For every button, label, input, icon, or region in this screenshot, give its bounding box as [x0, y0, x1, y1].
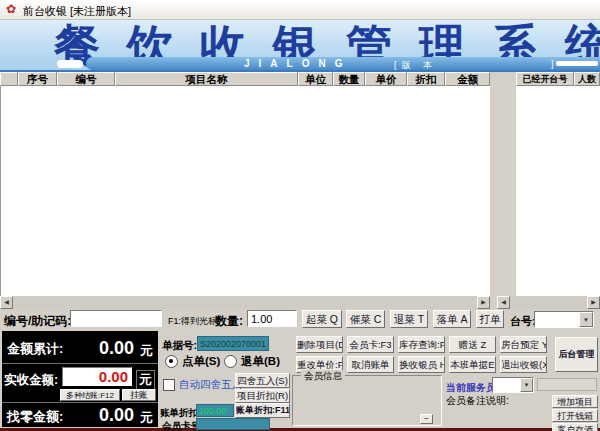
change-currency: 元: [140, 409, 153, 427]
panel-splitter: [490, 72, 516, 309]
delete-item-button[interactable]: 删除项目(D): [296, 336, 343, 353]
store-wine-button[interactable]: 客户存酒: [552, 423, 598, 431]
col-qty[interactable]: 数量: [333, 72, 365, 86]
order-radio[interactable]: 点单(S): [165, 354, 220, 369]
shift-bills-button[interactable]: 本班单据E: [449, 356, 496, 373]
refund-radio[interactable]: 退单(B): [224, 354, 280, 369]
change-label: 找零金额:: [7, 408, 63, 426]
version-label: [版 本: [394, 59, 437, 72]
qty-label: 数量:: [215, 313, 243, 330]
pos-window: ✿ 前台收银 [未注册版本] 餐饮收银管理系统 JIALONG [版 本 ] 序…: [0, 0, 600, 431]
code-input[interactable]: [70, 310, 162, 327]
order-table-hscrollbar[interactable]: ◀ ▶: [0, 296, 490, 309]
row-selector-header: [0, 72, 18, 86]
code-label: 编号/助记码:: [4, 313, 71, 330]
col-seq[interactable]: 序号: [18, 72, 57, 86]
scroll-left-icon[interactable]: ◀: [497, 296, 510, 309]
col-item-name[interactable]: 项目名称: [115, 72, 298, 86]
bill-no-field[interactable]: S202002070001: [197, 336, 269, 351]
window-title: 前台收银 [未注册版本]: [23, 4, 131, 19]
radio-unselected-icon: [224, 355, 237, 368]
scroll-left-icon[interactable]: ◀: [0, 296, 13, 309]
cancel-bill-button[interactable]: 取消账单: [347, 356, 394, 373]
col-amount[interactable]: 金额: [445, 72, 490, 86]
banner: 餐饮收银管理系统 JIALONG [版 本 ]: [0, 20, 600, 72]
exit-cashier-button[interactable]: 退出收银(X): [500, 356, 547, 373]
stock-query-button[interactable]: 库存查询:F6: [398, 336, 445, 353]
switch-cashier-button[interactable]: 换收银员 H: [398, 356, 445, 373]
scroll-right-icon[interactable]: ▶: [477, 296, 490, 309]
checkbox-icon: [163, 379, 175, 391]
round-button[interactable]: 四舍五入(S): [235, 373, 290, 388]
open-drawer-button[interactable]: 打开钱箱: [552, 409, 598, 422]
bill-discount-label: 账单折扣:: [160, 407, 201, 420]
divider: [2, 402, 158, 403]
app-icon: ✿: [6, 3, 16, 15]
bill-no-label: 单据号:: [162, 339, 197, 353]
received-currency: 元: [136, 370, 155, 390]
divider: [2, 363, 158, 364]
brand-bar: JIALONG [版 本 ]: [86, 57, 600, 70]
member-card-field[interactable]: [196, 418, 270, 430]
member-note-label: 会员备注说明:: [446, 394, 509, 408]
radio-selected-icon: [165, 355, 178, 368]
change-value: 0.00: [99, 405, 134, 426]
col-guest-count[interactable]: 人数: [574, 72, 600, 86]
chevron-down-icon[interactable]: ▼: [520, 378, 533, 392]
table-no-label: 台号:: [510, 314, 536, 329]
waiter-extra-field: [537, 378, 597, 391]
col-open-table-no[interactable]: 已经开台号: [516, 72, 574, 86]
order-radio-label: 点单(S): [182, 354, 220, 369]
multi-settle-button[interactable]: 多种结账:F12: [60, 389, 120, 401]
backstage-button[interactable]: 后台管理: [555, 337, 598, 372]
totals-panel: 金额累计: 0.00 元 实收金额: 0.00 元 多种结账:F12 挂账 找零…: [2, 331, 158, 427]
auto-round-label: 自动四舍五入: [179, 378, 242, 392]
serve-dish-button[interactable]: 起菜 Q: [302, 310, 342, 328]
urge-dish-button[interactable]: 催菜 C: [346, 310, 385, 328]
col-unit[interactable]: 单位: [298, 72, 333, 86]
return-dish-button[interactable]: 退菜 T: [390, 310, 428, 328]
gift-button[interactable]: 赠送 Z: [449, 336, 496, 353]
banner-dash-right: [556, 61, 598, 66]
col-price[interactable]: 单价: [365, 72, 407, 86]
place-order-button[interactable]: 落单 A: [433, 310, 471, 328]
sum-value: 0.00: [99, 338, 134, 359]
refund-radio-label: 退单(B): [241, 354, 280, 369]
room-reserve-button[interactable]: 房台预定 Y: [500, 336, 547, 353]
auto-round-checkbox[interactable]: 自动四舍五入: [163, 378, 242, 392]
sum-currency: 元: [140, 342, 153, 360]
member-card-button[interactable]: 会员卡:F3: [347, 336, 394, 353]
item-discount-button[interactable]: 项目折扣(R): [235, 389, 290, 403]
bill-discount-field[interactable]: 100.00: [196, 404, 234, 417]
table-no-combobox[interactable]: ▼: [534, 311, 594, 328]
member-info-title: 会员信息: [301, 370, 345, 383]
qty-input[interactable]: [247, 310, 297, 327]
member-info-group: 会员信息 −: [292, 375, 442, 426]
open-tables-body[interactable]: [516, 86, 600, 296]
banner-dash-left: [57, 60, 83, 68]
received-label: 实收金额:: [4, 372, 58, 389]
credit-account-button[interactable]: 挂账: [122, 389, 156, 401]
open-tables-header: 已经开台号 人数: [516, 72, 600, 86]
version-bracket: ]: [551, 59, 554, 69]
order-table-header: 序号 编号 项目名称 单位 数量 单价 折扣 金额: [0, 72, 490, 86]
scroll-right-icon[interactable]: ▶: [587, 296, 600, 309]
open-tables-hscrollbar[interactable]: ◀ ▶: [497, 296, 600, 309]
sum-label: 金额累计:: [7, 340, 63, 358]
waiter-combobox[interactable]: ▼: [492, 377, 534, 393]
col-code[interactable]: 编号: [57, 72, 115, 86]
member-card-label: 会员卡号: [162, 420, 200, 431]
bill-discount-button[interactable]: 账单折扣:F11: [235, 403, 290, 418]
title-bar: ✿ 前台收银 [未注册版本]: [0, 0, 600, 20]
col-discount[interactable]: 折扣: [407, 72, 445, 86]
f1-hint: F1:得到光标: [168, 315, 217, 328]
chevron-down-icon[interactable]: ▼: [579, 312, 593, 327]
add-item-button[interactable]: 增加项目: [552, 395, 598, 408]
collapse-icon[interactable]: −: [420, 414, 433, 424]
brand-name: JIALONG: [244, 58, 351, 69]
print-ticket-button[interactable]: 打单: [476, 310, 504, 328]
received-input[interactable]: 0.00: [62, 367, 132, 386]
order-table-body[interactable]: [0, 86, 490, 296]
